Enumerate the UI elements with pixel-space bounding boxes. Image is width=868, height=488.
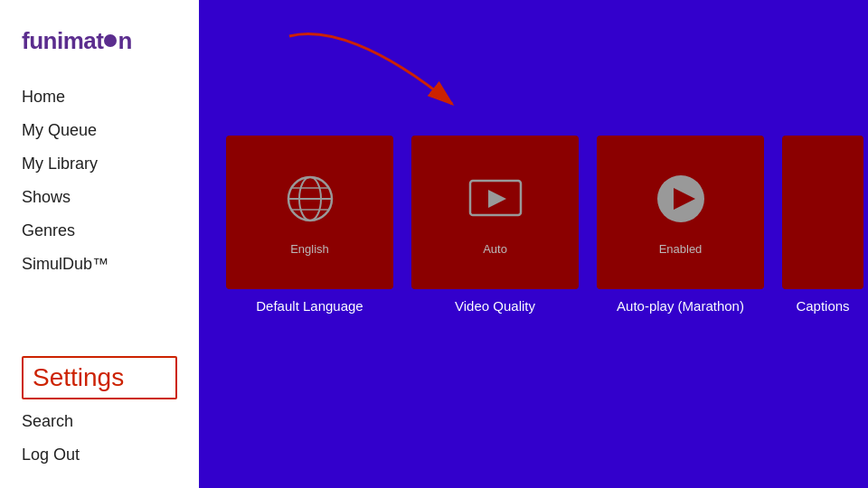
svg-marker-7 — [488, 190, 506, 208]
default-language-sublabel: English — [290, 242, 329, 256]
sidebar-item-logout[interactable]: Log Out — [22, 440, 177, 470]
globe-icon — [281, 170, 339, 231]
sidebar-item-search[interactable]: Search — [22, 407, 177, 436]
card-tile-captions — [782, 136, 863, 289]
main-content: English Default Language Auto Video Qual… — [199, 0, 868, 488]
card-tile-default-language: English — [226, 136, 393, 289]
video-play-icon — [467, 170, 524, 231]
card-default-language[interactable]: English Default Language — [226, 136, 393, 314]
card-video-quality[interactable]: Auto Video Quality — [411, 136, 579, 314]
sidebar-item-simuldub[interactable]: SimulDub™ — [22, 249, 177, 279]
default-language-title: Default Language — [226, 298, 393, 314]
autoplay-marathon-title: Auto-play (Marathon) — [597, 298, 764, 314]
settings-cards-row: English Default Language Auto Video Qual… — [226, 136, 863, 314]
card-autoplay-marathon[interactable]: Enabled Auto-play (Marathon) — [597, 136, 764, 314]
sidebar: funimatn Home My Queue My Library Shows … — [0, 0, 199, 488]
nav-items: Home My Queue My Library Shows Genres Si… — [0, 82, 199, 470]
sidebar-item-my-queue[interactable]: My Queue — [22, 116, 177, 145]
funimation-logo: funimatn — [22, 27, 177, 55]
card-tile-video-quality: Auto — [411, 136, 579, 289]
sidebar-item-shows[interactable]: Shows — [22, 183, 177, 212]
card-captions[interactable]: Captions — [782, 136, 863, 314]
play-circle-icon — [652, 170, 710, 231]
captions-title: Captions — [782, 298, 863, 314]
sidebar-item-settings[interactable]: Settings — [22, 356, 177, 399]
autoplay-marathon-sublabel: Enabled — [659, 242, 703, 256]
logo-circle — [104, 34, 117, 47]
sidebar-item-genres[interactable]: Genres — [22, 216, 177, 246]
video-quality-sublabel: Auto — [483, 242, 507, 256]
sidebar-item-my-library[interactable]: My Library — [22, 149, 177, 179]
logo-area: funimatn — [0, 18, 199, 82]
sidebar-item-home[interactable]: Home — [22, 82, 177, 112]
arrow-annotation — [271, 18, 506, 117]
card-tile-autoplay-marathon: Enabled — [597, 136, 764, 289]
video-quality-title: Video Quality — [411, 298, 579, 314]
